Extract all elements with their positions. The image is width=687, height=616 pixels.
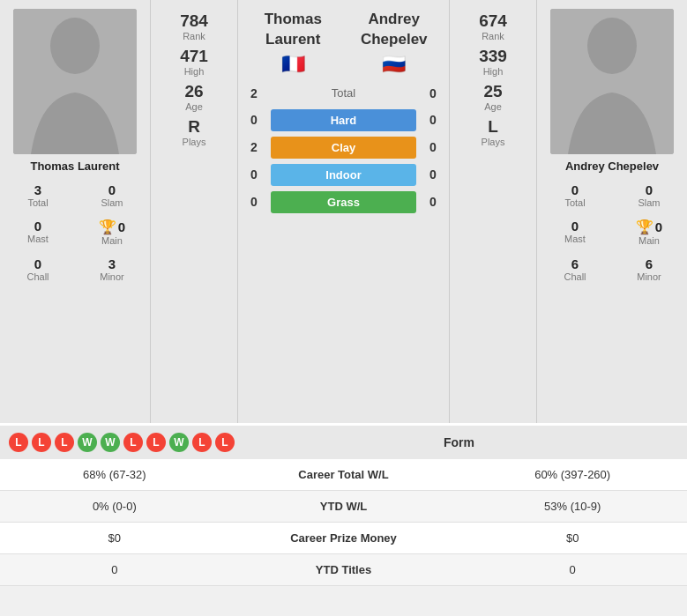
- stats-row: 0YTD Titles0: [0, 554, 687, 586]
- form-badge-l: L: [123, 433, 143, 452]
- form-badge-w: W: [78, 433, 97, 452]
- left-player-center-name: Thomas Laurent: [243, 9, 344, 49]
- left-rank: 784 Rank: [180, 11, 208, 41]
- indoor-row: 0 Indoor 0: [243, 164, 444, 186]
- grass-score-right: 0: [422, 195, 444, 209]
- clay-score-right: 0: [422, 140, 444, 154]
- court-rows: 2 Total 0 0 Hard 0 2 Clay 0 0: [243, 86, 444, 213]
- total-label: Total: [271, 86, 416, 100]
- stat-right-value: 0: [458, 554, 687, 586]
- stats-row: $0Career Prize Money$0: [0, 523, 687, 554]
- right-player-flag: 🇷🇺: [344, 53, 445, 76]
- stat-left-value: $0: [0, 523, 229, 554]
- grass-score-left: 0: [243, 195, 265, 209]
- grass-row: 0 Grass 0: [243, 191, 444, 213]
- left-main-stat: 🏆 0 Main: [78, 219, 146, 246]
- total-score-left: 2: [243, 86, 265, 100]
- total-row: 2 Total 0: [243, 86, 444, 100]
- form-badge-l: L: [32, 433, 51, 452]
- right-plays: L Plays: [482, 117, 505, 147]
- right-mast-stat: 0 Mast: [541, 219, 609, 246]
- right-rank: 674 Rank: [479, 11, 507, 41]
- left-player-avatar-col: Thomas Laurent 3 Total 0 Slam 0 Mast 🏆: [0, 0, 150, 423]
- stat-right-value: 60% (397-260): [458, 459, 687, 491]
- left-slam-stat: 0 Slam: [78, 182, 146, 208]
- form-badge-l: L: [9, 433, 28, 452]
- svg-point-1: [50, 18, 100, 74]
- left-chall-stat: 0 Chall: [4, 256, 71, 282]
- form-badge-w: W: [169, 433, 189, 452]
- left-stats-col: 784 Rank 471 High 26 Age R Plays: [150, 0, 238, 423]
- players-comparison: Thomas Laurent 3 Total 0 Slam 0 Mast 🏆: [0, 0, 687, 423]
- grass-badge: Grass: [271, 191, 416, 213]
- stat-center-label: YTD Titles: [229, 554, 459, 586]
- stats-row: 0% (0-0)YTD W/L53% (10-9): [0, 491, 687, 523]
- stats-table-container: 68% (67-32)Career Total W/L60% (397-260)…: [0, 459, 687, 586]
- right-player-center-name: Andrey Chepelev: [344, 9, 445, 49]
- stats-table: 68% (67-32)Career Total W/L60% (397-260)…: [0, 459, 687, 586]
- left-plays: R Plays: [183, 117, 206, 147]
- indoor-score-left: 0: [243, 167, 265, 182]
- form-badges: LLLWWLLWLL: [9, 433, 235, 452]
- indoor-score-right: 0: [422, 167, 444, 182]
- right-total-stat: 0 Total: [541, 182, 609, 208]
- right-player-avatar-col: Andrey Chepelev 0 Total 0 Slam 0 Mast 🏆: [537, 0, 687, 423]
- main-container: Thomas Laurent 3 Total 0 Slam 0 Mast 🏆: [0, 0, 687, 586]
- stat-left-value: 0% (0-0): [0, 491, 229, 523]
- left-player-name: Thomas Laurent: [30, 160, 119, 173]
- form-badge-l: L: [192, 433, 212, 452]
- center-col: Thomas Laurent 🇫🇷 Andrey Chepelev 🇷🇺 2 T…: [238, 0, 449, 423]
- svg-point-3: [587, 18, 637, 74]
- right-stats-col: 674 Rank 339 High 25 Age L Plays: [449, 0, 537, 423]
- left-trophy-icon: 🏆: [99, 219, 116, 235]
- right-avatar: [550, 9, 674, 154]
- stat-center-label: Career Prize Money: [229, 523, 459, 554]
- right-trophy-icon: 🏆: [636, 219, 653, 235]
- hard-row: 0 Hard 0: [243, 109, 444, 131]
- indoor-badge: Indoor: [271, 164, 416, 186]
- form-badge-l: L: [215, 433, 235, 452]
- total-score-right: 0: [422, 86, 444, 100]
- form-label: Form: [240, 435, 678, 449]
- right-player-name: Andrey Chepelev: [565, 160, 659, 173]
- hard-score-right: 0: [422, 113, 444, 127]
- form-badge-w: W: [101, 433, 120, 452]
- stat-right-value: $0: [458, 523, 687, 554]
- left-high: 471 High: [180, 47, 208, 77]
- form-badge-l: L: [55, 433, 74, 452]
- stats-row: 68% (67-32)Career Total W/L60% (397-260): [0, 459, 687, 491]
- left-player-bottom-stats: 3 Total 0 Slam 0 Mast 🏆 0 Main: [4, 178, 146, 286]
- left-age: 26 Age: [184, 82, 203, 112]
- clay-score-left: 2: [243, 140, 265, 154]
- left-total-stat: 3 Total: [4, 182, 71, 208]
- right-high: 339 High: [479, 47, 507, 77]
- left-player-flag: 🇫🇷: [243, 53, 344, 76]
- right-minor-stat: 6 Minor: [616, 256, 683, 282]
- left-mast-stat: 0 Mast: [4, 219, 71, 246]
- left-minor-stat: 3 Minor: [78, 256, 146, 282]
- stat-right-value: 53% (10-9): [458, 491, 687, 523]
- right-age: 25 Age: [483, 82, 502, 112]
- form-section: LLLWWLLWLL Form: [0, 423, 687, 459]
- right-slam-stat: 0 Slam: [616, 182, 683, 208]
- clay-badge: Clay: [271, 137, 416, 159]
- stat-left-value: 0: [0, 554, 229, 586]
- right-chall-stat: 6 Chall: [541, 256, 609, 282]
- right-player-bottom-stats: 0 Total 0 Slam 0 Mast 🏆 0 Main: [541, 178, 683, 286]
- stat-center-label: YTD W/L: [229, 491, 459, 523]
- form-badge-l: L: [146, 433, 166, 452]
- clay-row: 2 Clay 0: [243, 137, 444, 159]
- hard-score-left: 0: [243, 113, 265, 127]
- left-avatar: [13, 9, 137, 154]
- stat-center-label: Career Total W/L: [229, 459, 459, 491]
- hard-badge: Hard: [271, 109, 416, 131]
- right-main-stat: 🏆 0 Main: [616, 219, 683, 246]
- stat-left-value: 68% (67-32): [0, 459, 229, 491]
